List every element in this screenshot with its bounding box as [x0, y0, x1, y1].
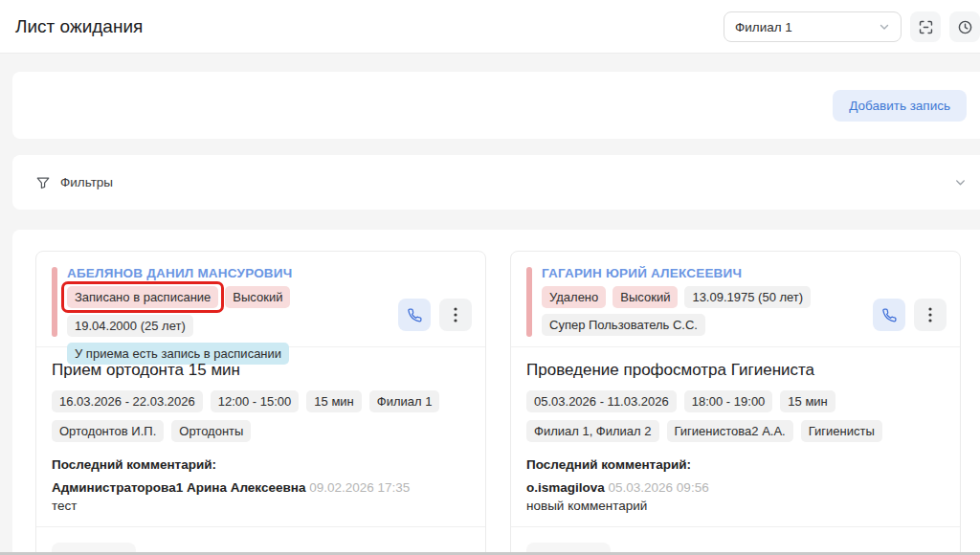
last-comment-label: Последний комментарий: — [526, 457, 945, 472]
phone-icon — [881, 307, 898, 323]
doctor-badge: Ортодонтов И.П. — [52, 420, 164, 442]
fullscreen-icon — [918, 19, 934, 35]
branch-badge: Филиал 1, Филиал 2 — [526, 420, 659, 442]
specialty-badge: Ортодонты — [171, 420, 251, 442]
patient-name-link[interactable]: АБЕЛЯНОВ ДАНИЛ МАНСУРОВИЧ — [67, 266, 292, 280]
birthdate-badge: 19.04.2000 (25 лет) — [67, 315, 193, 337]
card-header: ГАГАРИН ЮРИЙ АЛЕКСЕЕВИЧ Удалено Высокий … — [511, 252, 960, 347]
patient-name-link[interactable]: ГАГАРИН ЮРИЙ АЛЕКСЕЕВИЧ — [542, 266, 742, 280]
card-footer — [511, 526, 960, 555]
duration-badge: 15 мин — [306, 390, 361, 412]
kebab-menu-icon — [928, 307, 932, 322]
date-range-badge: 05.03.2026 - 11.03.2026 — [526, 390, 677, 412]
birthdate-badge: 13.09.1975 (50 лет) — [684, 286, 811, 308]
filters-label: Фильтры — [60, 175, 113, 189]
filters-toggle[interactable]: Фильтры — [12, 155, 980, 210]
phone-icon — [407, 307, 423, 323]
kebab-menu-icon — [454, 307, 457, 322]
last-comment-label: Последний комментарий: — [52, 457, 470, 472]
card-body: Проведение профосмотра Гигиениста 05.03.… — [511, 347, 960, 526]
info-badge: Супер Пользователь С.С. — [542, 314, 705, 336]
card-footer — [36, 526, 485, 555]
waiting-list-panel: АБЕЛЯНОВ ДАНИЛ МАНСУРОВИЧ Записано в рас… — [12, 230, 980, 555]
duration-badge: 15 мин — [780, 390, 835, 412]
more-menu-button[interactable] — [439, 299, 472, 331]
filter-funnel-icon — [35, 175, 51, 190]
page-title: Лист ожидания — [15, 16, 143, 37]
appointment-title: Проведение профосмотра Гигиениста — [526, 361, 945, 380]
card-body: Прием ортодонта 15 мин 16.03.2026 - 22.0… — [36, 347, 485, 526]
priority-accent-bar — [52, 267, 57, 337]
status-badge: Удалено — [542, 286, 606, 308]
priority-badge: Высокий — [612, 286, 678, 308]
status-badge: Записано в расписание — [67, 286, 218, 308]
patient-card: АБЕЛЯНОВ ДАНИЛ МАНСУРОВИЧ Записано в рас… — [35, 251, 486, 555]
app-header: Лист ожидания Филиал 1 — [0, 0, 980, 54]
filters-chevron-icon[interactable] — [954, 176, 967, 189]
card-header: АБЕЛЯНОВ ДАНИЛ МАНСУРОВИЧ Записано в рас… — [36, 252, 485, 347]
comment-text: новый комментарий — [526, 499, 945, 513]
priority-badge: Высокий — [225, 286, 290, 308]
more-menu-button[interactable] — [914, 299, 947, 331]
time-range-badge: 12:00 - 15:00 — [211, 390, 300, 412]
add-record-button[interactable]: Добавить запись — [833, 90, 967, 122]
specialty-badge: Гигиенисты — [801, 420, 882, 442]
comment-timestamp: 09.02.2026 17:35 — [309, 480, 410, 495]
doctor-badge: Гигиенистова2 А.А. — [667, 420, 793, 442]
branch-badge: Филиал 1 — [369, 390, 440, 412]
comment-author: Администраторова1 Арина Алексеевна — [52, 480, 305, 495]
comment-text: тест — [52, 499, 470, 513]
patient-card: ГАГАРИН ЮРИЙ АЛЕКСЕЕВИЧ Удалено Высокий … — [510, 251, 961, 555]
call-button[interactable] — [398, 299, 431, 331]
comment-author: o.ismagilova — [526, 480, 605, 495]
time-range-badge: 18:00 - 19:00 — [684, 390, 773, 412]
filters-panel: Фильтры — [12, 155, 980, 210]
call-button[interactable] — [873, 299, 905, 331]
fullscreen-button[interactable] — [910, 11, 941, 42]
branch-select-value: Филиал 1 — [735, 20, 792, 34]
chevron-down-icon — [879, 21, 890, 33]
actions-panel: Добавить запись — [12, 72, 980, 139]
header-controls: Филиал 1 — [724, 11, 980, 42]
comment-timestamp: 05.03.2026 09:56 — [609, 480, 709, 495]
priority-accent-bar — [526, 267, 532, 337]
date-range-badge: 16.03.2026 - 22.03.2026 — [52, 390, 203, 412]
history-button[interactable] — [949, 11, 980, 42]
branch-select[interactable]: Филиал 1 — [724, 11, 902, 42]
clock-icon — [957, 19, 973, 35]
